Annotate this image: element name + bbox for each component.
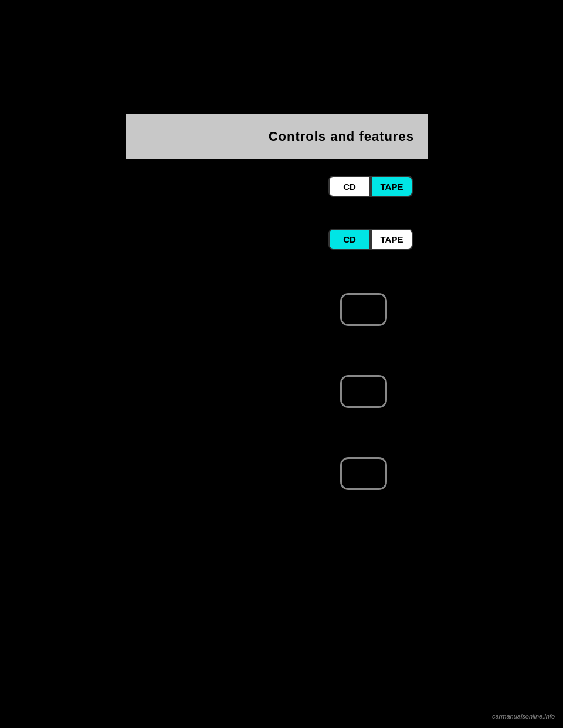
watermark: carmanualsonline.info	[492, 713, 555, 720]
solo-button-2[interactable]	[340, 375, 387, 408]
button-group-1: CD TAPE	[328, 176, 413, 197]
header-banner: Controls and features	[126, 114, 428, 159]
solo-button-3[interactable]	[340, 457, 387, 490]
solo-button-1[interactable]	[340, 293, 387, 326]
tape-button-active[interactable]: TAPE	[371, 176, 413, 197]
page-title: Controls and features	[269, 129, 414, 144]
cd-button-active[interactable]: CD	[328, 229, 371, 250]
cd-button-inactive[interactable]: CD	[328, 176, 371, 197]
button-group-2: CD TAPE	[328, 229, 413, 250]
tape-button-inactive[interactable]: TAPE	[371, 229, 413, 250]
page-container: Controls and features CD TAPE CD TAPE ca…	[0, 0, 563, 728]
